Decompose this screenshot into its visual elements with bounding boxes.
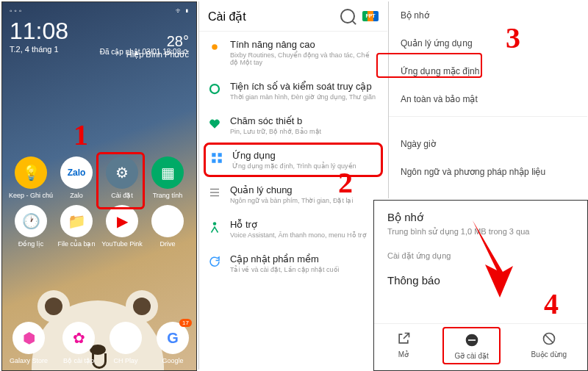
button-label: Gỡ cài đặt: [454, 352, 488, 360]
app-zalo[interactable]: ZaloZalo: [54, 156, 99, 199]
item-title: Ứng dụng: [232, 150, 376, 161]
app-label: Trang tính: [145, 192, 190, 199]
app-youtube[interactable]: ▶YouTube Pink: [99, 205, 145, 248]
settings-item-advanced[interactable]: Tính năng nâng caoBixby Routines, Chuyển…: [199, 32, 387, 73]
settings-item-accessibility[interactable]: Hỗ trợVoice Assistant, Âm thanh mono, me…: [199, 212, 387, 246]
settings-title: Cài đặt: [208, 10, 246, 24]
system-icons: ᯤ ▮: [176, 7, 189, 15]
item-sub: Ngôn ngữ và bàn phím, Thời gian, Đặt lại: [230, 197, 379, 204]
refresh-icon: [208, 255, 221, 268]
svg-point-0: [212, 44, 218, 50]
step-number-2: 2: [338, 165, 353, 200]
settings-item-digital[interactable]: Tiện ích số và kiểm soát truy cậpThời gi…: [199, 73, 387, 108]
open-icon: [395, 330, 412, 347]
svg-rect-4: [212, 159, 215, 163]
block-icon: [540, 330, 558, 347]
app-sheets[interactable]: ▦Trang tính: [145, 156, 190, 199]
item-title: Chăm sóc thiết b: [230, 115, 379, 126]
svg-rect-8: [468, 339, 476, 341]
item-title: Tiện ích số và kiểm soát truy cập: [230, 81, 379, 92]
app-label: YouTube Pink: [99, 240, 145, 248]
highlight-app-management: [376, 53, 482, 78]
app-label: Đồng lịc: [8, 240, 54, 248]
minus-circle-icon: [463, 331, 481, 349]
app-label: Zalo: [54, 192, 99, 199]
svg-rect-3: [218, 153, 222, 156]
app-drive[interactable]: ▲Drive: [145, 205, 190, 248]
settings-sublist-panel: Bộ nhớ Quản lý ứng dụng Ứng dụng mặc địn…: [388, 1, 587, 198]
badge-count: 17: [179, 319, 192, 327]
app-files[interactable]: 📁File của bạn: [54, 205, 99, 248]
heart-icon: [208, 117, 221, 130]
item-sub: Pin, Lưu trữ, Bộ nhớ, Bảo mật: [230, 128, 379, 135]
memory-sub: Trung bình sử dụng 1,0 MB trong 3 qua: [387, 227, 574, 237]
app-label: File của bạn: [54, 240, 99, 248]
item-memory[interactable]: Bộ nhớ: [389, 1, 587, 29]
item-sub: Voice Assistant, Âm thanh mono, menu Hỗ …: [230, 231, 379, 239]
dock-galaxy-store[interactable]: ⬢Galaxy Store: [10, 322, 48, 364]
highlight-settings-icon: [96, 152, 145, 209]
dock-installer[interactable]: ✿Bộ cài tập: [62, 322, 95, 364]
settings-item-general[interactable]: Quản lý chungNgôn ngữ và bàn phím, Thời …: [199, 177, 387, 212]
app-label: Keep - Ghi chú: [8, 192, 54, 199]
button-label: Mở: [395, 350, 412, 359]
fpt-logo: FPT: [362, 11, 379, 21]
button-label: Buộc dừng: [531, 350, 567, 359]
step-number-4: 4: [544, 287, 559, 321]
notif-icons: ◦ ◦ ◦: [10, 7, 21, 15]
svg-rect-2: [212, 153, 215, 156]
svg-point-6: [213, 222, 217, 226]
item-sub: Bixby Routines, Chuyển động và thao tác,…: [230, 51, 379, 66]
settings-header: Cài đặt FPT: [199, 1, 387, 32]
app-label: Drive: [145, 240, 190, 248]
item-sub: Thời gian màn hình, Đèn giờ ứng dụng, Th…: [230, 93, 379, 101]
home-screen-panel: ◦ ◦ ◦ ᯤ ▮ 11:08 T.2, 4 tháng 1 28° Hiệp …: [1, 1, 197, 371]
sliders-icon: [208, 186, 221, 199]
item-sub: Ứng dụng mặc định, Trình quản lý quyền: [232, 162, 376, 170]
app-info-panel: Bộ nhớ Trung bình sử dụng 1,0 MB trong 3…: [373, 200, 588, 371]
step-number-3: 3: [506, 21, 520, 55]
app-label: Bộ cài tập: [62, 357, 95, 364]
sun-icon: [208, 40, 221, 54]
app-label: Google: [157, 357, 189, 364]
item-security[interactable]: An toàn và bảo mật: [389, 85, 587, 113]
step-number-1: 1: [74, 118, 88, 152]
grid-icon: [210, 151, 223, 165]
item-title: Cập nhật phần mềm: [230, 253, 379, 264]
svg-point-1: [210, 84, 219, 93]
temperature: 28°: [167, 33, 189, 49]
item-sub: Tải về và cài đặt, Lần cập nhật cuối: [230, 266, 379, 273]
svg-rect-5: [218, 159, 222, 163]
notifications-label: Thông báo: [387, 274, 574, 287]
app-keep[interactable]: 💡Keep - Ghi chú: [8, 156, 54, 199]
bottom-action-bar: Mở Gỡ cài đặt Buộc dừng: [374, 323, 587, 367]
app-label: Galaxy Store: [10, 357, 48, 364]
dock-google[interactable]: G17Google: [157, 322, 189, 364]
force-stop-button[interactable]: Buộc dừng: [531, 330, 567, 361]
item-language[interactable]: Ngôn ngữ và phương pháp nhập liệu: [389, 158, 587, 186]
app-clock[interactable]: 🕐Đồng lịc: [8, 205, 54, 248]
settings-item-device-care[interactable]: Chăm sóc thiết bPin, Lưu trữ, Bộ nhớ, Bả…: [199, 108, 387, 143]
app-settings-label: Cài đặt ứng dụng: [387, 251, 574, 261]
dock-play-store[interactable]: ▶CH Play: [110, 322, 142, 364]
status-bar: ◦ ◦ ◦ ᯤ ▮: [2, 2, 196, 15]
item-title: Hỗ trợ: [230, 219, 379, 230]
item-title: Tính năng nâng cao: [230, 39, 379, 50]
dock: ⬢Galaxy Store ✿Bộ cài tập ▶CH Play G17Go…: [2, 289, 196, 370]
person-icon: [208, 220, 221, 234]
settings-item-update[interactable]: Cập nhật phần mềmTải về và cài đặt, Lần …: [199, 246, 387, 281]
uninstall-button[interactable]: Gỡ cài đặt: [442, 327, 500, 364]
app-label: CH Play: [110, 357, 142, 364]
search-icon[interactable]: [340, 9, 355, 24]
updated-label: Đã cập nhật 03/01 18:08 ⟳: [100, 48, 189, 56]
settings-panel: Cài đặt FPT Tính năng nâng caoBixby Rout…: [198, 1, 387, 370]
open-button[interactable]: Mở: [395, 330, 412, 361]
memory-title: Bộ nhớ: [387, 211, 574, 224]
item-datetime[interactable]: Ngày giờ: [389, 130, 587, 158]
circle-icon: [208, 82, 221, 96]
item-title: Quản lý chung: [230, 184, 379, 195]
settings-item-apps[interactable]: Ứng dụngỨng dụng mặc định, Trình quản lý…: [204, 143, 383, 177]
